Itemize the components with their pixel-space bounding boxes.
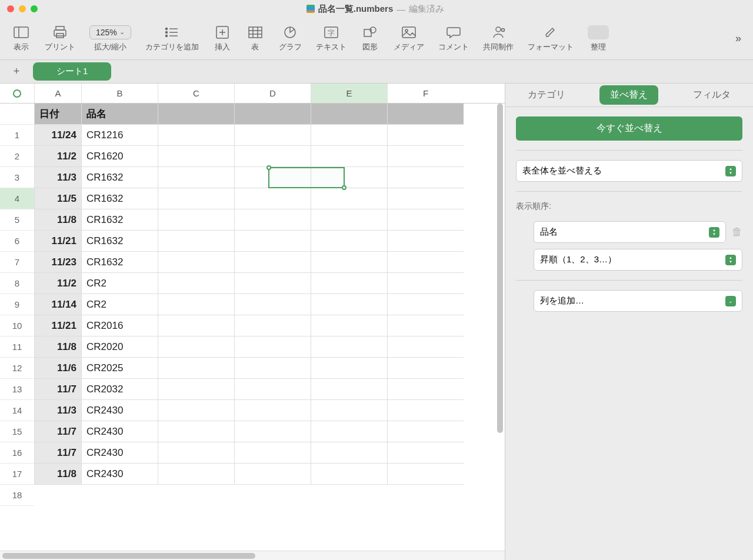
- cell[interactable]: [234, 252, 311, 273]
- text-button[interactable]: 字 テキスト: [309, 25, 354, 52]
- cell[interactable]: [387, 358, 464, 379]
- cell-date[interactable]: 11/6: [34, 358, 81, 379]
- cell[interactable]: [311, 209, 387, 231]
- cell[interactable]: [311, 464, 387, 485]
- cell[interactable]: [311, 358, 387, 379]
- cell[interactable]: [234, 231, 311, 252]
- cell-date[interactable]: 11/24: [34, 125, 81, 146]
- col-header-a[interactable]: A: [34, 84, 81, 103]
- cell[interactable]: [311, 125, 387, 146]
- add-category-button[interactable]: カテゴリを追加: [138, 25, 206, 52]
- cell-date[interactable]: 11/7: [34, 442, 81, 464]
- row-header[interactable]: 11: [0, 336, 34, 358]
- cell-date[interactable]: 11/21: [34, 231, 81, 252]
- header-cell-name[interactable]: 品名: [81, 104, 158, 125]
- cell[interactable]: [387, 252, 464, 273]
- cell-name[interactable]: CR2: [81, 273, 158, 294]
- cell-name[interactable]: CR1632: [81, 252, 158, 273]
- media-button[interactable]: メディア: [387, 25, 431, 52]
- cell[interactable]: [387, 125, 464, 146]
- cell[interactable]: [158, 252, 234, 273]
- organize-button[interactable]: 整理: [581, 25, 616, 52]
- header-cell[interactable]: [234, 104, 311, 125]
- cell[interactable]: [234, 167, 311, 188]
- cell-date[interactable]: 11/21: [34, 315, 81, 336]
- row-header[interactable]: 2: [0, 146, 34, 167]
- cell[interactable]: [387, 315, 464, 336]
- sort-column-select[interactable]: 品名: [534, 221, 726, 243]
- cell[interactable]: [311, 315, 387, 336]
- cell[interactable]: [387, 464, 464, 485]
- row-header[interactable]: 16: [0, 442, 34, 464]
- cell-name[interactable]: CR1620: [81, 146, 158, 167]
- cell[interactable]: [311, 167, 387, 188]
- cell-date[interactable]: 11/2: [34, 273, 81, 294]
- row-header[interactable]: 18: [0, 485, 34, 506]
- cell[interactable]: [311, 400, 387, 421]
- sheet-tab[interactable]: シート1: [33, 62, 111, 81]
- row-header[interactable]: 4: [0, 188, 34, 209]
- cell-name[interactable]: CR2025: [81, 358, 158, 379]
- cell[interactable]: [158, 358, 234, 379]
- cell[interactable]: [158, 379, 234, 400]
- zoom-select[interactable]: 125%⌄: [89, 25, 131, 39]
- col-header-d[interactable]: D: [234, 84, 311, 103]
- row-header[interactable]: 14: [0, 400, 34, 421]
- cell-name[interactable]: CR1632: [81, 188, 158, 209]
- cell[interactable]: [234, 209, 311, 231]
- cell-name[interactable]: CR2032: [81, 379, 158, 400]
- cell[interactable]: [234, 358, 311, 379]
- tab-category[interactable]: カテゴリ: [517, 85, 576, 105]
- zoom-button[interactable]: 125%⌄ 拡大/縮小: [82, 25, 138, 52]
- horizontal-scrollbar[interactable]: [0, 551, 505, 560]
- row-header[interactable]: 13: [0, 379, 34, 400]
- cell[interactable]: [234, 273, 311, 294]
- vertical-scrollbar[interactable]: [495, 104, 505, 515]
- tab-sort[interactable]: 並べ替え: [599, 85, 658, 105]
- row-header[interactable]: 12: [0, 358, 34, 379]
- row-header[interactable]: 10: [0, 315, 34, 336]
- toolbar-overflow[interactable]: »: [728, 32, 748, 45]
- spreadsheet-canvas[interactable]: A B C D E F 123456789101112131415161718 …: [0, 84, 505, 560]
- cell-name[interactable]: CR2: [81, 294, 158, 315]
- cell[interactable]: [311, 273, 387, 294]
- cell[interactable]: [234, 379, 311, 400]
- cell[interactable]: [311, 336, 387, 358]
- cell[interactable]: [158, 231, 234, 252]
- cell-name[interactable]: CR1632: [81, 167, 158, 188]
- cell-name[interactable]: CR1632: [81, 209, 158, 231]
- cell-date[interactable]: 11/8: [34, 209, 81, 231]
- cell[interactable]: [234, 336, 311, 358]
- shape-button[interactable]: 図形: [354, 25, 387, 52]
- cell-date[interactable]: 11/23: [34, 252, 81, 273]
- row-header[interactable]: 3: [0, 167, 34, 188]
- cell-date[interactable]: 11/8: [34, 336, 81, 358]
- cell[interactable]: [311, 442, 387, 464]
- row-header[interactable]: 9: [0, 294, 34, 315]
- header-cell[interactable]: [311, 104, 387, 125]
- col-header-b[interactable]: B: [81, 84, 158, 103]
- table-corner[interactable]: [0, 84, 34, 103]
- cell[interactable]: [387, 167, 464, 188]
- row-header-blank[interactable]: [0, 104, 34, 125]
- sort-direction-select[interactable]: 昇順（1、2、3…）: [534, 249, 742, 271]
- cell-name[interactable]: CR2430: [81, 464, 158, 485]
- cell[interactable]: [387, 294, 464, 315]
- cell-date[interactable]: 11/7: [34, 379, 81, 400]
- close-button[interactable]: [7, 5, 14, 12]
- cell-date[interactable]: 11/3: [34, 400, 81, 421]
- cell[interactable]: [158, 442, 234, 464]
- cell[interactable]: [158, 294, 234, 315]
- cell[interactable]: [234, 315, 311, 336]
- table-button[interactable]: 表: [239, 25, 272, 52]
- sort-scope-select[interactable]: 表全体を並べ替える: [516, 160, 742, 182]
- tab-filter[interactable]: フィルタ: [682, 85, 741, 105]
- cell[interactable]: [311, 231, 387, 252]
- cell-date[interactable]: 11/14: [34, 294, 81, 315]
- cell[interactable]: [234, 294, 311, 315]
- cell[interactable]: [158, 188, 234, 209]
- cell-date[interactable]: 11/5: [34, 188, 81, 209]
- cell-name[interactable]: CR1216: [81, 125, 158, 146]
- cell[interactable]: [158, 209, 234, 231]
- add-column-select[interactable]: 列を追加… ⌄: [534, 290, 742, 312]
